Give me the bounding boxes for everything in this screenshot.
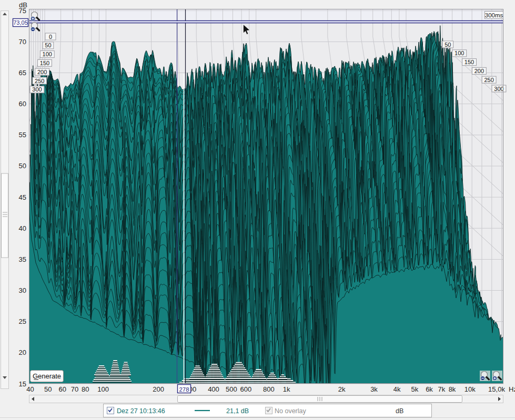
svg-text:70: 70 bbox=[71, 385, 78, 393]
svg-text:45: 45 bbox=[19, 193, 26, 201]
svg-text:200: 200 bbox=[474, 68, 484, 74]
svg-text:80: 80 bbox=[82, 385, 89, 393]
svg-text:35: 35 bbox=[19, 255, 26, 263]
svg-text:40: 40 bbox=[26, 385, 34, 393]
svg-text:No overlay: No overlay bbox=[275, 407, 306, 415]
svg-text:50: 50 bbox=[44, 385, 52, 393]
svg-text:6k: 6k bbox=[426, 385, 433, 393]
svg-text:300ms: 300ms bbox=[485, 12, 503, 18]
svg-text:300: 300 bbox=[32, 86, 42, 93]
svg-text:73,05: 73,05 bbox=[13, 19, 28, 26]
svg-text:Dez 27 10:13:46: Dez 27 10:13:46 bbox=[117, 407, 165, 415]
svg-text:100: 100 bbox=[455, 50, 464, 56]
svg-text:65: 65 bbox=[19, 69, 26, 77]
svg-text:400: 400 bbox=[208, 385, 219, 393]
svg-text:20: 20 bbox=[19, 349, 26, 356]
svg-text:600: 600 bbox=[240, 385, 252, 393]
svg-text:100: 100 bbox=[43, 51, 52, 57]
svg-text:50: 50 bbox=[445, 42, 451, 48]
svg-text:dB: dB bbox=[396, 407, 403, 415]
svg-text:2k: 2k bbox=[338, 385, 346, 393]
svg-text:Generate: Generate bbox=[33, 372, 61, 380]
svg-text:3k: 3k bbox=[370, 385, 378, 393]
svg-text:4k: 4k bbox=[393, 385, 401, 393]
svg-text:8k: 8k bbox=[449, 385, 456, 393]
svg-text:0: 0 bbox=[49, 34, 52, 40]
svg-text:7k: 7k bbox=[438, 385, 445, 393]
svg-text:1k: 1k bbox=[283, 385, 290, 393]
svg-text:5k: 5k bbox=[411, 385, 419, 393]
svg-text:70: 70 bbox=[19, 38, 26, 46]
svg-text:250: 250 bbox=[35, 78, 44, 84]
svg-text:200: 200 bbox=[37, 69, 47, 75]
svg-text:Hz: Hz bbox=[509, 385, 515, 393]
svg-text:75: 75 bbox=[19, 7, 26, 15]
svg-text:15,0k: 15,0k bbox=[488, 385, 505, 393]
svg-text:60: 60 bbox=[59, 385, 66, 393]
svg-text:800: 800 bbox=[263, 385, 275, 393]
svg-text:15: 15 bbox=[19, 380, 26, 388]
svg-text:50: 50 bbox=[19, 162, 26, 170]
svg-text:150: 150 bbox=[464, 59, 474, 65]
svg-text:100: 100 bbox=[97, 385, 109, 393]
svg-text:40: 40 bbox=[19, 224, 26, 232]
svg-text:10k: 10k bbox=[464, 385, 476, 393]
svg-text:60: 60 bbox=[19, 100, 26, 108]
svg-text:50: 50 bbox=[45, 42, 51, 48]
svg-text:30: 30 bbox=[19, 286, 26, 294]
svg-text:500: 500 bbox=[226, 385, 237, 393]
svg-text:55: 55 bbox=[19, 131, 26, 139]
svg-text:300: 300 bbox=[494, 86, 503, 92]
svg-text:25: 25 bbox=[19, 317, 26, 325]
svg-text:278: 278 bbox=[179, 386, 189, 393]
svg-text:150: 150 bbox=[40, 60, 49, 66]
svg-text:200: 200 bbox=[153, 385, 164, 393]
svg-text:21,1 dB: 21,1 dB bbox=[226, 407, 249, 415]
svg-text:250: 250 bbox=[484, 77, 493, 83]
